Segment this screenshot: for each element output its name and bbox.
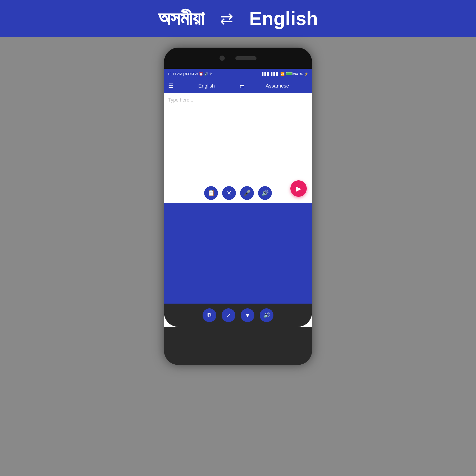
battery-icon: [286, 72, 292, 75]
status-data-speed: 839KB/s: [185, 72, 198, 76]
input-placeholder: Type here...: [168, 97, 193, 103]
earpiece: [235, 56, 257, 60]
send-button[interactable]: ▶: [290, 180, 307, 197]
wifi-icon: 📶: [280, 72, 285, 76]
signal-bars: ▋▋▋ ▋▋▋: [262, 72, 279, 76]
hamburger-icon[interactable]: ☰: [168, 83, 173, 89]
tts-button[interactable]: 🔊: [260, 308, 273, 322]
phone-screen: 10:11 AM | 839KB/s ⏰ 🔊 ✤ ▋▋▋ ▋▋▋ 📶 94 % …: [164, 69, 312, 327]
copy-icon: ⧉: [207, 312, 212, 319]
top-header-lang1: অসমীয়া: [158, 7, 204, 30]
speaker-icon: 🔊: [262, 190, 269, 196]
favorite-button[interactable]: ♥: [241, 308, 254, 322]
app-header-lang1[interactable]: English: [176, 83, 237, 89]
app-header: ☰ English ⇄ Assamese: [164, 79, 312, 93]
app-header-swap-icon[interactable]: ⇄: [240, 83, 244, 89]
phone-notch: [164, 48, 312, 69]
status-bar: 10:11 AM | 839KB/s ⏰ 🔊 ✤ ▋▋▋ ▋▋▋ 📶 94 % …: [164, 69, 312, 79]
status-icons: ⏰ 🔊 ✤: [199, 72, 212, 76]
front-camera: [219, 56, 225, 61]
mic-icon: 🎤: [244, 190, 251, 196]
heart-icon: ♥: [246, 312, 249, 319]
charging-icon: ⚡: [304, 72, 308, 76]
main-area: 10:11 AM | 839KB/s ⏰ 🔊 ✤ ▋▋▋ ▋▋▋ 📶 94 % …: [0, 37, 476, 476]
microphone-button[interactable]: 🎤: [240, 186, 254, 200]
top-header-swap-icon: ⇄: [220, 9, 233, 28]
translation-output-area: [164, 203, 312, 304]
close-icon: ✕: [227, 190, 231, 196]
speaker2-icon: 🔊: [263, 312, 270, 319]
status-time-data: 10:11 AM | 839KB/s ⏰ 🔊 ✤: [168, 72, 212, 76]
battery-percent: 94: [294, 72, 298, 76]
app-header-lang2[interactable]: Assamese: [247, 83, 308, 89]
action-buttons-row: 📋 ✕ 🎤 🔊 ▶: [164, 183, 312, 203]
battery-percent-sign: %: [299, 72, 303, 76]
share-icon: ↗: [226, 312, 231, 319]
clipboard-icon: 📋: [208, 190, 215, 196]
speaker-button[interactable]: 🔊: [258, 186, 272, 200]
bottom-buttons-row: ⧉ ↗ ♥ 🔊: [164, 304, 312, 327]
status-time: 10:11 AM: [168, 72, 182, 76]
share-button[interactable]: ↗: [222, 308, 235, 322]
top-header-bar: অসমীয়া ⇄ English: [0, 0, 476, 37]
top-header-lang2: English: [249, 8, 318, 29]
clear-button[interactable]: ✕: [222, 186, 236, 200]
status-right-icons: ▋▋▋ ▋▋▋ 📶 94 % ⚡: [262, 72, 308, 76]
copy-button[interactable]: ⧉: [203, 308, 216, 322]
phone-frame: 10:11 AM | 839KB/s ⏰ 🔊 ✤ ▋▋▋ ▋▋▋ 📶 94 % …: [164, 48, 312, 365]
text-input-area[interactable]: Type here...: [164, 93, 312, 183]
status-separator: |: [183, 72, 185, 76]
send-icon: ▶: [296, 185, 301, 193]
clipboard-button[interactable]: 📋: [204, 186, 218, 200]
